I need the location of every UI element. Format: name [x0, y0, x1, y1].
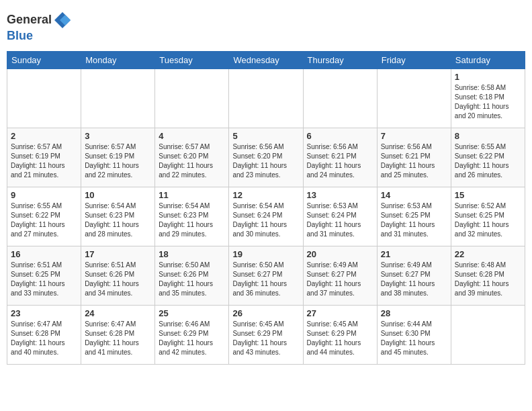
calendar-cell: 22Sunrise: 6:48 AMSunset: 6:28 PMDayligh… [451, 246, 525, 305]
day-info: Sunrise: 6:53 AMSunset: 6:25 PMDaylight:… [381, 201, 447, 239]
calendar-cell: 2Sunrise: 6:57 AMSunset: 6:19 PMDaylight… [7, 128, 81, 187]
calendar-cell: 9Sunrise: 6:55 AMSunset: 6:22 PMDaylight… [7, 187, 81, 246]
day-of-week-header: Tuesday [155, 51, 229, 68]
day-number: 15 [455, 190, 521, 200]
day-info: Sunrise: 6:50 AMSunset: 6:27 PMDaylight:… [232, 261, 299, 298]
day-number: 26 [232, 308, 299, 318]
day-info: Sunrise: 6:51 AMSunset: 6:26 PMDaylight:… [85, 261, 151, 298]
day-number: 18 [159, 249, 225, 259]
calendar-cell: 18Sunrise: 6:50 AMSunset: 6:26 PMDayligh… [155, 246, 229, 305]
calendar-cell [451, 305, 525, 364]
calendar-cell: 16Sunrise: 6:51 AMSunset: 6:25 PMDayligh… [7, 246, 81, 305]
day-number: 12 [232, 190, 299, 200]
day-number: 27 [307, 308, 373, 318]
day-number: 23 [11, 308, 77, 318]
calendar-table: SundayMondayTuesdayWednesdayThursdayFrid… [7, 51, 525, 365]
day-number: 13 [307, 190, 373, 200]
day-number: 25 [159, 308, 225, 318]
day-info: Sunrise: 6:48 AMSunset: 6:28 PMDaylight:… [455, 261, 521, 298]
calendar-cell: 17Sunrise: 6:51 AMSunset: 6:26 PMDayligh… [81, 246, 155, 305]
calendar-cell: 10Sunrise: 6:54 AMSunset: 6:23 PMDayligh… [81, 187, 155, 246]
day-info: Sunrise: 6:57 AMSunset: 6:19 PMDaylight:… [85, 142, 151, 180]
day-number: 8 [455, 131, 521, 141]
day-of-week-header: Monday [81, 51, 155, 68]
page-header: General Blue [7, 7, 525, 47]
day-info: Sunrise: 6:45 AMSunset: 6:29 PMDaylight:… [232, 320, 299, 357]
day-info: Sunrise: 6:49 AMSunset: 6:27 PMDaylight:… [307, 261, 373, 298]
day-number: 14 [381, 190, 447, 200]
day-number: 21 [381, 249, 447, 259]
day-info: Sunrise: 6:54 AMSunset: 6:23 PMDaylight:… [85, 201, 151, 239]
calendar-cell: 28Sunrise: 6:44 AMSunset: 6:30 PMDayligh… [377, 305, 451, 364]
day-info: Sunrise: 6:50 AMSunset: 6:26 PMDaylight:… [159, 261, 225, 298]
day-info: Sunrise: 6:47 AMSunset: 6:28 PMDaylight:… [11, 320, 77, 357]
day-number: 4 [159, 131, 225, 141]
day-info: Sunrise: 6:57 AMSunset: 6:19 PMDaylight:… [11, 142, 77, 180]
calendar-cell: 6Sunrise: 6:56 AMSunset: 6:21 PMDaylight… [303, 128, 377, 187]
day-info: Sunrise: 6:58 AMSunset: 6:18 PMDaylight:… [455, 83, 521, 121]
logo-general: General [7, 13, 52, 26]
calendar-cell: 27Sunrise: 6:45 AMSunset: 6:29 PMDayligh… [303, 305, 377, 364]
day-info: Sunrise: 6:54 AMSunset: 6:23 PMDaylight:… [159, 201, 225, 239]
day-info: Sunrise: 6:57 AMSunset: 6:20 PMDaylight:… [159, 142, 225, 180]
calendar-cell: 19Sunrise: 6:50 AMSunset: 6:27 PMDayligh… [229, 246, 303, 305]
calendar-header: SundayMondayTuesdayWednesdayThursdayFrid… [7, 51, 525, 68]
logo-blue: Blue [7, 29, 33, 42]
day-number: 7 [381, 131, 447, 141]
day-number: 9 [11, 190, 77, 200]
calendar-cell: 11Sunrise: 6:54 AMSunset: 6:23 PMDayligh… [155, 187, 229, 246]
day-number: 24 [85, 308, 151, 318]
calendar-cell: 26Sunrise: 6:45 AMSunset: 6:29 PMDayligh… [229, 305, 303, 364]
calendar-cell [81, 68, 155, 128]
day-info: Sunrise: 6:51 AMSunset: 6:25 PMDaylight:… [11, 261, 77, 298]
day-info: Sunrise: 6:52 AMSunset: 6:25 PMDaylight:… [455, 201, 521, 239]
day-number: 16 [11, 249, 77, 259]
calendar-cell [229, 68, 303, 128]
day-of-week-header: Friday [377, 51, 451, 68]
calendar-cell: 13Sunrise: 6:53 AMSunset: 6:24 PMDayligh… [303, 187, 377, 246]
day-of-week-header: Wednesday [229, 51, 303, 68]
calendar-cell: 3Sunrise: 6:57 AMSunset: 6:19 PMDaylight… [81, 128, 155, 187]
day-of-week-header: Sunday [7, 51, 81, 68]
day-info: Sunrise: 6:56 AMSunset: 6:21 PMDaylight:… [381, 142, 447, 180]
calendar-cell [303, 68, 377, 128]
calendar-cell: 24Sunrise: 6:47 AMSunset: 6:28 PMDayligh… [81, 305, 155, 364]
day-info: Sunrise: 6:55 AMSunset: 6:22 PMDaylight:… [11, 201, 77, 239]
day-number: 28 [381, 308, 447, 318]
day-info: Sunrise: 6:56 AMSunset: 6:20 PMDaylight:… [232, 142, 299, 180]
calendar-cell [7, 68, 81, 128]
calendar-cell: 21Sunrise: 6:49 AMSunset: 6:27 PMDayligh… [377, 246, 451, 305]
calendar-cell: 7Sunrise: 6:56 AMSunset: 6:21 PMDaylight… [377, 128, 451, 187]
day-of-week-header: Thursday [303, 51, 377, 68]
day-info: Sunrise: 6:44 AMSunset: 6:30 PMDaylight:… [381, 320, 447, 357]
day-info: Sunrise: 6:45 AMSunset: 6:29 PMDaylight:… [307, 320, 373, 357]
day-of-week-header: Saturday [451, 51, 525, 68]
day-info: Sunrise: 6:53 AMSunset: 6:24 PMDaylight:… [307, 201, 373, 239]
logo: General Blue [7, 7, 73, 47]
day-info: Sunrise: 6:54 AMSunset: 6:24 PMDaylight:… [232, 201, 299, 239]
day-number: 6 [307, 131, 373, 141]
day-number: 3 [85, 131, 151, 141]
day-number: 10 [85, 190, 151, 200]
day-number: 11 [159, 190, 225, 200]
calendar-cell [377, 68, 451, 128]
day-number: 17 [85, 249, 151, 259]
day-info: Sunrise: 6:47 AMSunset: 6:28 PMDaylight:… [85, 320, 151, 357]
day-number: 19 [232, 249, 299, 259]
day-info: Sunrise: 6:49 AMSunset: 6:27 PMDaylight:… [381, 261, 447, 298]
day-number: 1 [455, 72, 521, 82]
calendar-cell: 25Sunrise: 6:46 AMSunset: 6:29 PMDayligh… [155, 305, 229, 364]
calendar-cell: 20Sunrise: 6:49 AMSunset: 6:27 PMDayligh… [303, 246, 377, 305]
day-info: Sunrise: 6:55 AMSunset: 6:22 PMDaylight:… [455, 142, 521, 180]
day-number: 22 [455, 249, 521, 259]
calendar-cell: 4Sunrise: 6:57 AMSunset: 6:20 PMDaylight… [155, 128, 229, 187]
day-number: 20 [307, 249, 373, 259]
calendar-cell: 23Sunrise: 6:47 AMSunset: 6:28 PMDayligh… [7, 305, 81, 364]
day-number: 5 [232, 131, 299, 141]
calendar-cell: 8Sunrise: 6:55 AMSunset: 6:22 PMDaylight… [451, 128, 525, 187]
calendar-cell: 14Sunrise: 6:53 AMSunset: 6:25 PMDayligh… [377, 187, 451, 246]
day-info: Sunrise: 6:56 AMSunset: 6:21 PMDaylight:… [307, 142, 373, 180]
calendar-cell: 5Sunrise: 6:56 AMSunset: 6:20 PMDaylight… [229, 128, 303, 187]
day-number: 2 [11, 131, 77, 141]
calendar-cell: 12Sunrise: 6:54 AMSunset: 6:24 PMDayligh… [229, 187, 303, 246]
